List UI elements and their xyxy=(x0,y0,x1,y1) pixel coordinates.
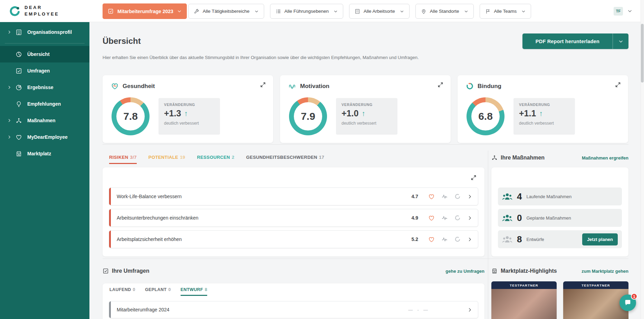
brand-line1: DEAR xyxy=(25,5,42,10)
ring-icon xyxy=(454,236,461,242)
survey-tabs: LAUFEND0 GEPLANT0 ENTWURF8 xyxy=(109,287,207,296)
sidebar-item-marktplatz[interactable]: Marktplatz xyxy=(0,145,89,162)
scrollbar-thumb[interactable] xyxy=(641,24,644,83)
sidebar-nav: Organisationsprofil Übersicht Umfragen E… xyxy=(0,24,89,162)
kpi-card-motivation: Motivation 7.9 VERÄNDERUNG +1.0↑ deutlic… xyxy=(280,75,451,143)
kpi-card-bindung: Bindung 6.8 VERÄNDERUNG +1.1↑ deutlich v… xyxy=(458,75,628,143)
filter-fuehrungsebenen[interactable]: Alle Führungsebenen xyxy=(270,4,343,19)
chevron-right-icon[interactable] xyxy=(467,215,472,221)
tab-ressourcen[interactable]: RESSOURCEN2 xyxy=(197,155,234,164)
measures-link[interactable]: Maßnahmen ergreifen xyxy=(582,155,628,161)
ring-icon xyxy=(454,215,461,221)
filter-arbeitsorte[interactable]: Alle Arbeitsorte xyxy=(349,4,410,19)
sidebar-item-empfehlungen[interactable]: Empfehlungen xyxy=(0,96,89,112)
people-network-icon xyxy=(491,155,498,161)
brand-line2: EMPLOYEE xyxy=(25,11,59,17)
sidebar-item-organisationsprofil[interactable]: Organisationsprofil xyxy=(0,24,89,40)
risk-label: Arbeitsunterbrechungen einschränken xyxy=(117,215,199,221)
sidebar-item-massnahmen[interactable]: Maßnahmen xyxy=(0,112,89,129)
filter-taetigkeitsbereiche[interactable]: Alle Tätigkeitsbereiche xyxy=(188,4,264,19)
page-subtitle: Hier erhalten Sie einen Überblick über d… xyxy=(103,55,500,60)
survey-accent-bar xyxy=(109,301,111,318)
sidebar-item-umfragen[interactable]: Umfragen xyxy=(0,62,89,79)
chevron-down-icon xyxy=(254,9,259,13)
check-square-icon xyxy=(103,268,109,274)
chevron-right-icon[interactable] xyxy=(467,194,472,199)
surveys-link[interactable]: gehe zu Umfragen xyxy=(445,269,484,274)
pdf-report-dropdown[interactable] xyxy=(613,33,628,49)
chevron-down-icon xyxy=(177,9,182,13)
wave-icon xyxy=(288,82,296,90)
survey-selector-button[interactable]: Mitarbeiterumfrage 2023 xyxy=(103,3,187,19)
section-divider xyxy=(103,144,628,145)
flag-icon xyxy=(485,9,491,14)
filter-teams[interactable]: Alle Teams xyxy=(480,4,531,19)
survey-row[interactable]: Mitarbeiterumfrage 2024 — - — xyxy=(109,301,478,318)
sidebar-divider xyxy=(5,43,85,44)
filter-label: Alle Tätigkeitsbereiche xyxy=(203,9,250,14)
page-title: Übersicht xyxy=(103,36,141,46)
filter-standorte[interactable]: Alle Standorte xyxy=(415,4,474,19)
risk-row[interactable]: Arbeitsunterbrechungen einschränken 4.9 xyxy=(109,209,478,227)
risks-card: Work-Life-Balance verbessern 4.7 Arbeits… xyxy=(103,167,484,257)
change-box: VERÄNDERUNG +1.3↑ deutlich verbessert xyxy=(158,98,220,135)
sidebar-item-label: Maßnahmen xyxy=(27,118,56,123)
user-menu: TF xyxy=(614,0,632,22)
lightbulb-icon xyxy=(16,101,22,107)
filter-label: Alle Führungsebenen xyxy=(285,9,329,14)
risk-accent-bar xyxy=(109,188,111,205)
pulse-icon xyxy=(441,193,448,200)
marketplace-card[interactable]: TESTPARTNER xyxy=(563,281,628,319)
chevron-right-icon xyxy=(7,30,12,34)
risk-row[interactable]: Work-Life-Balance verbessern 4.7 xyxy=(109,187,478,205)
sidebar-item-ergebnisse[interactable]: Ergebnisse xyxy=(0,79,89,96)
avatar[interactable]: TF xyxy=(614,7,623,16)
expand-icon[interactable] xyxy=(615,81,621,89)
expand-icon[interactable] xyxy=(470,174,477,182)
chevron-down-icon xyxy=(400,9,404,13)
tab-entwurf[interactable]: ENTWURF8 xyxy=(181,287,208,296)
chevron-right-icon[interactable] xyxy=(467,307,478,312)
measures-label: Geplante Maßnahmen xyxy=(526,215,571,221)
kpi-title: Motivation xyxy=(300,83,329,90)
heart-icon xyxy=(428,193,435,200)
marketplace-link[interactable]: zum Marktplatz gehen xyxy=(581,269,628,274)
tab-risiken[interactable]: RISIKEN3/7 xyxy=(109,155,137,164)
expand-icon[interactable] xyxy=(260,81,266,89)
check-square-icon xyxy=(108,8,114,14)
change-value: +1.1 xyxy=(519,108,536,118)
brand-logo[interactable]: DEAR EMPLOYEE xyxy=(0,0,89,22)
section-divider xyxy=(103,259,628,259)
measures-label: Laufende Maßnahmen xyxy=(526,194,571,199)
sidebar-item-mydearemployee[interactable]: MyDearEmployee xyxy=(0,129,89,145)
heart-icon xyxy=(428,215,435,221)
app-root: DEAR EMPLOYEE Organisationsprofil Übersi… xyxy=(0,0,644,319)
tab-geplant[interactable]: GEPLANT0 xyxy=(145,287,171,296)
expand-icon[interactable] xyxy=(437,81,444,89)
sidebar-item-label: Organisationsprofil xyxy=(27,29,72,35)
marketplace-card[interactable]: TESTPARTNER xyxy=(491,281,557,319)
kpi-card-gesundheit: Gesundheit 7.8 VERÄNDERUNG +1.3↑ deutlic… xyxy=(103,75,273,143)
tab-potentiale[interactable]: POTENTIALE19 xyxy=(148,155,185,164)
store-icon xyxy=(16,151,22,157)
partner-photo xyxy=(491,289,557,319)
chevron-down-icon xyxy=(334,9,338,13)
pulse-icon xyxy=(441,236,448,243)
map-pin-icon xyxy=(421,9,426,14)
sidebar-item-uebersicht[interactable]: Übersicht xyxy=(0,46,89,62)
pdf-report-button[interactable]: PDF Report herunterladen xyxy=(522,33,628,49)
chevron-down-icon[interactable] xyxy=(627,9,632,13)
tab-laufend[interactable]: LAUFEND0 xyxy=(109,287,135,296)
measures-row-planned[interactable]: 0 Geplante Maßnahmen xyxy=(498,209,622,227)
chevron-right-icon[interactable] xyxy=(467,237,472,242)
column-divider xyxy=(488,151,488,319)
plan-now-button[interactable]: Jetzt planen xyxy=(582,233,618,245)
partner-banner: TESTPARTNER xyxy=(563,281,628,289)
risk-row[interactable]: Arbeitsplatzsicherheit erhöhen 5.2 xyxy=(109,230,478,248)
chat-launcher-button[interactable]: 1 xyxy=(619,294,636,311)
risk-score: 4.7 xyxy=(412,194,418,199)
tab-gesundheitsbeschwerden[interactable]: GESUNDHEITSBESCHWERDEN17 xyxy=(246,155,324,164)
measures-row-drafts[interactable]: 8 Entwürfe Jetzt planen xyxy=(498,230,622,248)
marketplace-header: Marktplatz-Highlights zum Marktplatz geh… xyxy=(491,268,628,274)
measures-row-active[interactable]: 4 Laufende Maßnahmen xyxy=(498,187,622,205)
